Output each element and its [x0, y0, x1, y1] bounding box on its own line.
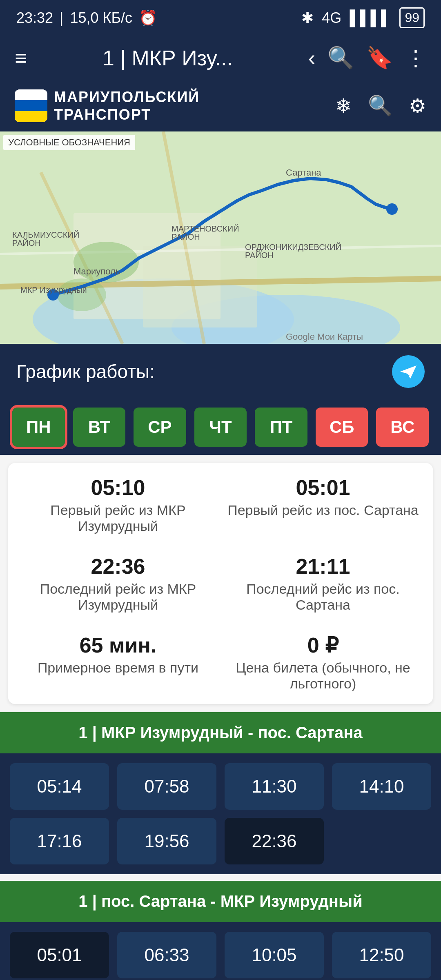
map-background: Мариуполь Сартана МКР Изумрудный КАЛЬМИУ… [0, 131, 441, 344]
snowflake-icon[interactable]: ❄ [335, 94, 352, 117]
route1-time-6[interactable]: 22:36 [225, 818, 324, 864]
bookmark-icon[interactable]: 🔖 [366, 45, 393, 70]
route1-time-4[interactable]: 17:16 [10, 818, 109, 864]
travel-time-block: 65 мин. Примерное время в пути [20, 633, 216, 692]
schedule-title: График работы: [16, 361, 155, 383]
route1-time-5[interactable]: 19:56 [117, 818, 216, 864]
brand-icons: ❄ 🔍 ⚙ [335, 94, 426, 117]
telegram-icon [398, 361, 419, 382]
info-divider-1 [20, 544, 421, 544]
first-from-block: 05:10 Первый рейс из МКР Изумрудный [20, 475, 216, 534]
svg-text:РАЙОН: РАЙОН [172, 232, 200, 241]
price-desc: Цена билета (обычного, не льготного) [225, 660, 421, 692]
telegram-button[interactable] [392, 355, 425, 388]
first-to-desc: Первый рейс из пос. Сартана [225, 502, 421, 518]
route2-time-0[interactable]: 05:01 [10, 932, 109, 978]
days-row: ПН ВТ СР ЧТ ПТ СБ ВС [0, 399, 441, 455]
price-block: 0 ₽ Цена билета (обычного, не льготного) [225, 633, 421, 692]
route2-header: 1 | пос. Сартана - МКР Изумрудный [0, 881, 441, 922]
day-button-sat[interactable]: СБ [316, 408, 368, 447]
first-from-time: 05:10 [20, 475, 216, 500]
route2-time-3[interactable]: 12:50 [332, 932, 431, 978]
route1-time-3[interactable]: 14:10 [332, 763, 431, 810]
info-divider-2 [20, 623, 421, 623]
more-icon[interactable]: ⋮ [405, 46, 426, 70]
map-legend-label[interactable]: УСЛОВНЫЕ ОБОЗНАЧЕНИЯ [3, 135, 135, 150]
signal-4g-icon: 4G [322, 9, 341, 27]
last-to-time: 21:11 [225, 554, 421, 579]
svg-text:МАРТЕНОВСКИЙ: МАРТЕНОВСКИЙ [172, 224, 239, 233]
app-bar: ≡ 1 | МКР Изу... ‹ 🔍 🔖 ⋮ [0, 36, 441, 80]
svg-text:Мариуполь: Мариуполь [74, 266, 120, 276]
status-right: ✱ 4G ▌▌▌▌ 99 [301, 7, 425, 28]
first-to-block: 05:01 Первый рейс из пос. Сартана [225, 475, 421, 534]
brand-name: МАРИУПОЛЬСКИЙ ТРАНСПОРТ [54, 88, 200, 123]
travel-time: 65 мин. [20, 633, 216, 657]
svg-text:ОРДЖОНИКИДЗЕВСКИЙ: ОРДЖОНИКИДЗЕВСКИЙ [245, 242, 341, 252]
day-button-sun[interactable]: ВС [376, 408, 429, 447]
logo-flag [15, 89, 47, 122]
svg-text:Google Мои Карты: Google Мои Карты [286, 332, 363, 342]
alarm-icon: ⏰ [139, 9, 157, 27]
route1-time-2[interactable]: 11:30 [225, 763, 324, 810]
route2-times-grid: 05:01 06:33 10:05 12:50 15:25 18:31 21:1… [0, 922, 441, 980]
last-to-block: 21:11 Последний рейс из пос. Сартана [225, 554, 421, 613]
back-icon[interactable]: ‹ [308, 46, 315, 70]
svg-text:Сартана: Сартана [286, 167, 321, 178]
first-from-desc: Первый рейс из МКР Изумрудный [20, 502, 216, 534]
day-button-wed[interactable]: СР [134, 408, 186, 447]
svg-point-9 [74, 242, 139, 283]
route1-time-0[interactable]: 05:14 [10, 763, 109, 810]
route2-time-1[interactable]: 06:33 [117, 932, 216, 978]
status-time: 23:32 [16, 9, 53, 27]
route2-time-2[interactable]: 10:05 [225, 932, 324, 978]
brand-logo: МАРИУПОЛЬСКИЙ ТРАНСПОРТ [15, 88, 327, 123]
route1-time-1[interactable]: 07:58 [117, 763, 216, 810]
brand-search-icon[interactable]: 🔍 [368, 94, 392, 117]
svg-text:РАЙОН: РАЙОН [12, 238, 41, 247]
status-data-speed: 15,0 КБ/с [70, 9, 132, 27]
map-svg: Мариуполь Сартана МКР Изумрудный КАЛЬМИУ… [0, 131, 441, 344]
last-from-time: 22:36 [20, 554, 216, 579]
battery-icon: 99 [399, 7, 425, 28]
brand-header: МАРИУПОЛЬСКИЙ ТРАНСПОРТ ❄ 🔍 ⚙ [0, 80, 441, 131]
status-left: 23:32 | 15,0 КБ/с ⏰ [16, 9, 157, 27]
svg-text:МКР Изумрудный: МКР Изумрудный [20, 285, 87, 294]
last-from-desc: Последний рейс из МКР Изумрудный [20, 581, 216, 613]
travel-time-desc: Примерное время в пути [20, 660, 216, 676]
search-icon[interactable]: 🔍 [327, 45, 354, 70]
day-button-mon[interactable]: ПН [12, 408, 65, 447]
last-to-desc: Последний рейс из пос. Сартана [225, 581, 421, 613]
price: 0 ₽ [225, 633, 421, 657]
svg-text:РАЙОН: РАЙОН [245, 250, 274, 260]
logo-icon [15, 89, 47, 122]
info-card: 05:10 Первый рейс из МКР Изумрудный 05:0… [8, 463, 433, 704]
map-container[interactable]: Мариуполь Сартана МКР Изумрудный КАЛЬМИУ… [0, 131, 441, 344]
app-bar-title: 1 | МКР Изу... [39, 46, 296, 70]
signal-bars-icon: ▌▌▌▌ [350, 9, 391, 27]
day-button-thu[interactable]: ЧТ [194, 408, 247, 447]
svg-point-12 [386, 203, 398, 215]
route1-times-grid: 05:14 07:58 11:30 14:10 17:16 19:56 22:3… [0, 753, 441, 874]
settings-icon[interactable]: ⚙ [409, 94, 426, 117]
status-bar: 23:32 | 15,0 КБ/с ⏰ ✱ 4G ▌▌▌▌ 99 [0, 0, 441, 36]
menu-icon[interactable]: ≡ [15, 46, 27, 70]
day-button-fri[interactable]: ПТ [255, 408, 307, 447]
day-button-tue[interactable]: ВТ [73, 408, 126, 447]
first-to-time: 05:01 [225, 475, 421, 500]
bluetooth-icon: ✱ [301, 9, 314, 27]
last-from-block: 22:36 Последний рейс из МКР Изумрудный [20, 554, 216, 613]
schedule-header: График работы: [0, 344, 441, 399]
status-divider: | [60, 9, 63, 27]
svg-point-10 [57, 278, 106, 311]
svg-text:КАЛЬМИУССКИЙ: КАЛЬМИУССКИЙ [12, 230, 79, 239]
route1-header: 1 | МКР Изумрудный - пос. Сартана [0, 712, 441, 753]
